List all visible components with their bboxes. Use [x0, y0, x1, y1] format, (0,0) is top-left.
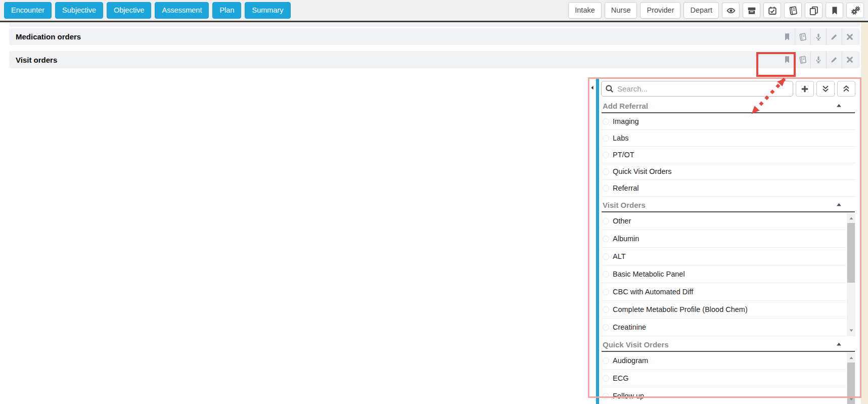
group-title: Quick Visit Orders: [603, 340, 669, 349]
nav-tab-plan[interactable]: Plan: [212, 2, 241, 19]
item-radio[interactable]: [603, 271, 609, 278]
settings-button[interactable]: [846, 3, 864, 18]
close-button[interactable]: [842, 28, 857, 45]
orders-picker-panel: Add ReferralImagingLabsPT/OTQuick Visit …: [589, 79, 860, 404]
item-label: Other: [613, 217, 631, 225]
copy-icon: [809, 6, 818, 15]
item-label: Labs: [613, 134, 628, 142]
archive-icon: [747, 6, 756, 15]
section-bar-actions: [779, 51, 857, 68]
item-label: PT/OT: [613, 151, 634, 159]
item-radio[interactable]: [603, 168, 609, 175]
scroll-down-button[interactable]: [847, 396, 855, 402]
nav-tab-summary[interactable]: Summary: [245, 2, 290, 19]
microphone-icon: [814, 33, 823, 41]
item-radio[interactable]: [603, 152, 609, 158]
scrollbar[interactable]: [847, 352, 855, 404]
bookmark-icon: [830, 6, 839, 15]
scroll-thumb[interactable]: [847, 223, 855, 283]
role-buttons: IntakeNurseProviderDepart: [568, 2, 719, 19]
order-item-imaging[interactable]: Imaging: [601, 113, 855, 130]
item-radio[interactable]: [603, 185, 609, 192]
section-bar-visit-orders[interactable]: Visit orders: [9, 51, 860, 68]
section-title: Medication orders: [16, 32, 81, 41]
order-groups: Add ReferralImagingLabsPT/OTQuick Visit …: [601, 98, 855, 404]
order-item-audiogram[interactable]: Audiogram: [601, 352, 846, 370]
nav-tab-assessment[interactable]: Assessment: [155, 2, 209, 19]
group-collapse-button[interactable]: [836, 202, 842, 208]
pencil-button[interactable]: [826, 28, 842, 45]
order-item-follow-up[interactable]: Follow up: [601, 387, 846, 404]
nav-tab-objective[interactable]: Objective: [107, 2, 151, 19]
nav-tab-encounter[interactable]: Encounter: [4, 2, 52, 19]
panel-collapse-button[interactable]: [589, 83, 596, 92]
settings-icon: [851, 6, 860, 15]
role-button-intake[interactable]: Intake: [568, 2, 602, 19]
item-radio[interactable]: [603, 306, 609, 313]
role-button-provider[interactable]: Provider: [640, 2, 680, 19]
order-item-basic-metabolic-panel[interactable]: Basic Metabolic Panel: [601, 265, 846, 283]
book-button[interactable]: [784, 3, 802, 18]
item-label: Referral: [613, 184, 639, 192]
expand-all-button[interactable]: [837, 81, 855, 97]
pencil-button[interactable]: [826, 51, 842, 68]
toolbar-right-group: IntakeNurseProviderDepart: [568, 2, 864, 19]
item-radio[interactable]: [603, 236, 609, 242]
book-button[interactable]: [795, 28, 810, 45]
copy-button[interactable]: [805, 3, 823, 18]
item-radio[interactable]: [603, 357, 609, 364]
panel-action-buttons: [796, 81, 855, 97]
close-icon: [846, 56, 854, 64]
item-label: Creatinine: [613, 323, 646, 331]
section-bar-medication-orders[interactable]: Medication orders: [9, 28, 860, 45]
order-item-other[interactable]: Other: [601, 212, 846, 230]
item-radio[interactable]: [603, 393, 609, 399]
order-item-quick-visit-orders[interactable]: Quick Visit Orders: [601, 163, 855, 180]
item-radio[interactable]: [603, 218, 609, 225]
order-item-pt-ot[interactable]: PT/OT: [601, 147, 855, 163]
item-radio[interactable]: [603, 135, 609, 142]
book-button[interactable]: [795, 51, 810, 68]
item-radio[interactable]: [603, 289, 609, 295]
collapse-all-button[interactable]: [816, 81, 835, 97]
scroll-down-button[interactable]: [847, 328, 855, 334]
previous-section-bar-stub: [9, 23, 860, 27]
group-collapse-button[interactable]: [836, 103, 842, 109]
scrollbar[interactable]: [847, 213, 855, 336]
role-button-depart[interactable]: Depart: [683, 2, 719, 19]
bookmark-button[interactable]: [779, 51, 795, 68]
order-item-creatinine[interactable]: Creatinine: [601, 319, 846, 336]
nav-tab-subjective[interactable]: Subjective: [55, 2, 103, 19]
scroll-up-button[interactable]: [847, 355, 855, 361]
archive-button[interactable]: [743, 3, 760, 18]
scroll-up-button[interactable]: [847, 215, 855, 221]
item-radio[interactable]: [603, 253, 609, 260]
calendar-check-button[interactable]: [763, 3, 781, 18]
order-item-labs[interactable]: Labs: [601, 130, 855, 147]
book-icon: [789, 6, 798, 15]
item-radio[interactable]: [603, 118, 609, 125]
search-wrap: [601, 81, 793, 97]
bookmark-button[interactable]: [779, 28, 795, 45]
order-item-referral[interactable]: Referral: [601, 180, 855, 197]
order-item-complete-metabolic-profile-blood-chem-[interactable]: Complete Metabolic Profile (Blood Chem): [601, 301, 846, 319]
item-radio[interactable]: [603, 324, 609, 331]
item-radio[interactable]: [603, 375, 609, 382]
order-item-ecg[interactable]: ECG: [601, 370, 846, 387]
microphone-button[interactable]: [810, 28, 826, 45]
toolbar-icon-buttons: [722, 3, 864, 18]
triangle-left-icon: [590, 85, 596, 91]
search-input[interactable]: [601, 81, 793, 97]
group-collapse-button[interactable]: [836, 341, 842, 348]
eye-button[interactable]: [722, 3, 740, 18]
role-button-nurse[interactable]: Nurse: [605, 2, 637, 19]
bookmark-button[interactable]: [826, 3, 843, 18]
close-button[interactable]: [842, 51, 857, 68]
microphone-icon: [814, 56, 823, 64]
order-item-alt[interactable]: ALT: [601, 248, 846, 265]
order-item-albumin[interactable]: Albumin: [601, 230, 846, 248]
order-item-cbc-with-automated-diff[interactable]: CBC with Automated Diff: [601, 283, 846, 301]
microphone-button[interactable]: [810, 51, 826, 68]
section-bar-actions: [779, 28, 857, 45]
plus-button[interactable]: [796, 81, 814, 97]
